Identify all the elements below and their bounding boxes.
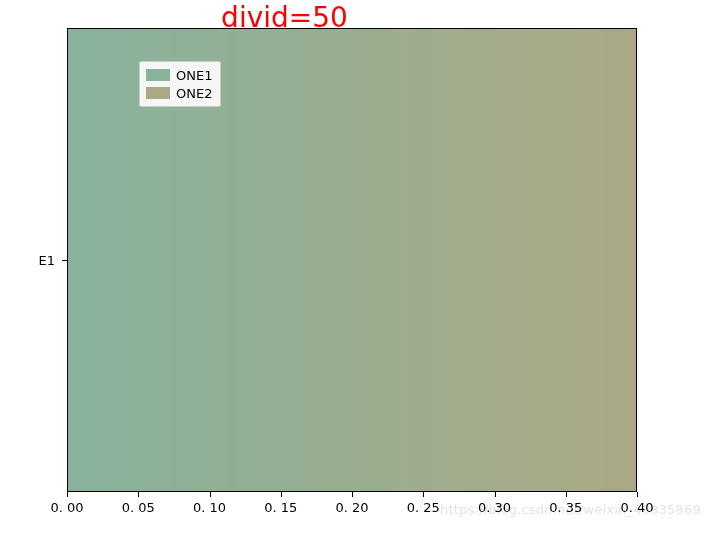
- xtick-label: 0. 10: [193, 500, 226, 515]
- xtick-label: 0. 40: [620, 500, 653, 515]
- xtick-label: 0. 00: [50, 500, 83, 515]
- legend-label: ONE2: [176, 86, 212, 101]
- xtick-label: 0. 35: [549, 500, 582, 515]
- xtick-mark: [637, 492, 638, 497]
- legend: ONE1 ONE2: [139, 61, 221, 107]
- legend-item-one1: ONE1: [146, 66, 212, 84]
- xtick-label: 0. 20: [335, 500, 368, 515]
- xtick-label: 0. 25: [407, 500, 440, 515]
- legend-swatch-one2: [146, 87, 170, 99]
- legend-swatch-one1: [146, 69, 170, 81]
- ytick-label: E1: [39, 253, 56, 268]
- xtick-mark: [138, 492, 139, 497]
- xtick-mark: [281, 492, 282, 497]
- gradient-slice: [625, 29, 637, 491]
- xtick-label: 0. 15: [264, 500, 297, 515]
- legend-item-one2: ONE2: [146, 84, 212, 102]
- xtick-mark: [566, 492, 567, 497]
- ytick-mark: [62, 260, 67, 261]
- xtick-label: 0. 05: [122, 500, 155, 515]
- y-axis: E1: [0, 28, 67, 492]
- xtick-mark: [423, 492, 424, 497]
- xtick-mark: [210, 492, 211, 497]
- xtick-mark: [495, 492, 496, 497]
- xtick-label: 0. 30: [478, 500, 511, 515]
- plot-area: ONE1 ONE2: [67, 28, 637, 492]
- legend-label: ONE1: [176, 68, 212, 83]
- xtick-mark: [352, 492, 353, 497]
- x-axis: 0. 000. 050. 100. 150. 200. 250. 300. 35…: [67, 492, 637, 532]
- xtick-mark: [67, 492, 68, 497]
